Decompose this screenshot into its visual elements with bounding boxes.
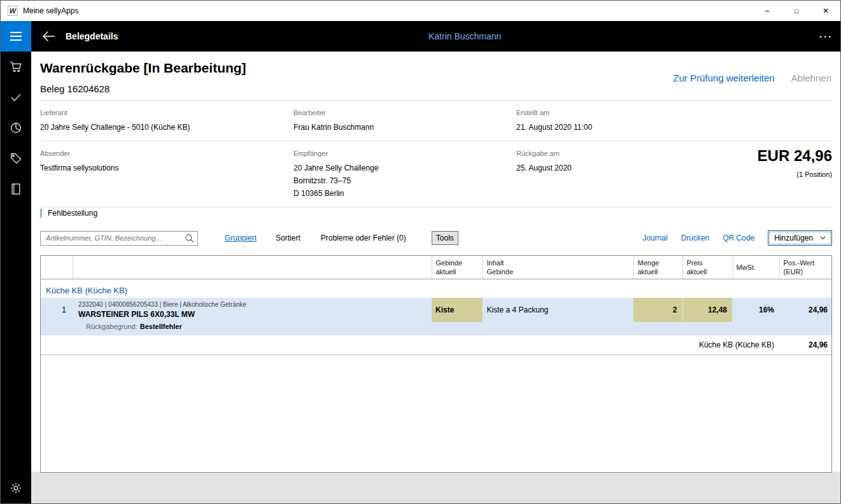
col-inhalt: InhaltGebinde: [483, 256, 633, 279]
col-description: [73, 256, 432, 279]
user-link[interactable]: Katrin Buschmann: [428, 31, 501, 41]
main-content: Warenrückgabe [In Bearbeitung] Beleg 162…: [31, 52, 840, 503]
chevron-down-icon: [820, 236, 826, 240]
toolbar: Gruppiert Sortiert Probleme oder Fehler …: [40, 230, 832, 246]
article-name: WARSTEINER PILS 6X0,33L MW: [78, 310, 432, 319]
app-window: W Meine sellyApps – □ ✕ Belegdetails Kat…: [0, 0, 841, 504]
col-gebinde: Gebindeaktuell: [432, 256, 483, 279]
document-number: Beleg 16204628: [40, 83, 110, 94]
field-absender: Absender Testfirma sellysolutions: [40, 150, 293, 200]
field-empfaenger: Empfänger 20 Jahre Selly Challenge Borni…: [293, 150, 516, 200]
cell-mwst: 16%: [732, 298, 779, 322]
menu-button[interactable]: [1, 21, 31, 52]
qr-code-link[interactable]: QR Code: [723, 234, 754, 242]
group-header-row: Küche KB (Küche KB): [41, 279, 832, 298]
positions-table: Gebindeaktuell InhaltGebinde Mengeaktuel…: [40, 255, 832, 473]
window-controls: – □ ✕: [753, 1, 840, 21]
tab-fehlbestellung[interactable]: Fehlbestellung: [40, 209, 97, 218]
tools-button[interactable]: Tools: [432, 231, 458, 245]
sidebar-item-settings[interactable]: [1, 473, 31, 503]
field-bearbeiter: Bearbeiter Frau Katrin Buschmann: [293, 109, 516, 134]
col-pos: [41, 256, 73, 279]
maximize-button[interactable]: □: [782, 1, 811, 21]
col-preis: Preisaktuell: [682, 256, 732, 279]
sidebar-item-statistics[interactable]: [1, 113, 31, 143]
app-logo-icon: W: [8, 6, 18, 16]
sidebar-item-cart[interactable]: [1, 52, 31, 82]
cell-inhalt: Kiste a 4 Packung: [483, 298, 633, 322]
return-reason-row: Rückgabegrund:Bestellfehler: [41, 322, 832, 335]
pie-chart-icon: [9, 121, 23, 135]
sidebar-item-prices[interactable]: [1, 143, 31, 174]
problems-filter[interactable]: Probleme oder Fehler (0): [321, 234, 406, 242]
document-actions: Zur Prüfung weiterleiten Ablehnen: [673, 73, 831, 83]
field-lieferant: Lieferant 20 Jahre Selly Challenge - 501…: [40, 109, 293, 134]
field-erstellt-am: Erstellt am 21. August 2020 11:00: [516, 109, 832, 134]
toolbar-right: Journal Drucken QR Code Hinzufügen: [642, 230, 832, 246]
search-box: [40, 231, 198, 246]
book-icon: [9, 182, 23, 196]
search-icon: [185, 234, 194, 243]
cell-wert: 24,96: [779, 298, 832, 322]
titlebar: W Meine sellyApps – □ ✕: [1, 1, 840, 21]
sidebar-item-tasks[interactable]: [1, 82, 31, 113]
minimize-button[interactable]: –: [753, 1, 782, 21]
group-toggle[interactable]: Gruppiert: [225, 234, 257, 242]
table-header-row: Gebindeaktuell InhaltGebinde Mengeaktuel…: [41, 256, 832, 279]
page-title: Belegdetails: [66, 31, 118, 41]
gear-icon: [9, 481, 23, 495]
price-tag-icon: [9, 151, 23, 165]
summary-label: Küche KB (Küche KB): [41, 335, 779, 355]
col-mwst: MwSt.: [732, 256, 779, 279]
back-arrow-icon: [42, 31, 55, 41]
journal-link[interactable]: Journal: [642, 234, 667, 242]
col-wert: Pos.-Wert(EUR): [779, 256, 832, 279]
add-button[interactable]: Hinzufügen: [768, 230, 832, 246]
reason-label: Rückgabegrund:: [86, 323, 138, 330]
app-header: Belegdetails Katrin Buschmann ···: [1, 21, 840, 52]
cell-menge[interactable]: 2: [633, 298, 682, 322]
close-button[interactable]: ✕: [811, 1, 840, 21]
window-title: Meine sellyApps: [23, 6, 78, 15]
cell-position: 1: [41, 298, 73, 322]
col-menge: Mengeaktuell: [633, 256, 682, 279]
article-meta: 2332040 | 04000856205433 | Biere | Alkoh…: [78, 301, 432, 308]
more-button[interactable]: ···: [819, 31, 833, 42]
group-summary-row: Küche KB (Küche KB) 24,96: [41, 335, 832, 355]
document-info: Lieferant 20 Jahre Selly Challenge - 501…: [40, 100, 832, 207]
info-row-2: Absender Testfirma sellysolutions Empfän…: [40, 141, 832, 207]
cart-icon: [9, 60, 23, 74]
document-title: Warenrückgabe [In Bearbeitung]: [40, 60, 246, 76]
footer-strip: [31, 472, 840, 503]
table-row[interactable]: 1 2332040 | 04000856205433 | Biere | Alk…: [41, 298, 832, 322]
document-total: EUR 24,96 (1 Position): [758, 147, 832, 178]
sort-toggle[interactable]: Sortiert: [276, 234, 300, 242]
search-input[interactable]: [40, 231, 198, 246]
cell-gebinde[interactable]: Kiste: [432, 298, 483, 322]
info-row-1: Lieferant 20 Jahre Selly Challenge - 501…: [40, 100, 832, 141]
tab-indicator-bar: [40, 209, 42, 218]
cell-article: 2332040 | 04000856205433 | Biere | Alkoh…: [73, 298, 432, 322]
cell-preis[interactable]: 12,48: [682, 298, 732, 322]
position-count: (1 Position): [758, 171, 832, 178]
sidebar-item-journal[interactable]: [1, 174, 31, 204]
forward-for-review-button[interactable]: Zur Prüfung weiterleiten: [673, 73, 774, 83]
back-button[interactable]: [34, 21, 63, 52]
checkmark-icon: [9, 90, 23, 104]
reject-button[interactable]: Ablehnen: [791, 73, 831, 83]
summary-value: 24,96: [779, 335, 832, 355]
sidebar: [1, 52, 31, 503]
total-amount: EUR 24,96: [758, 147, 832, 165]
print-link[interactable]: Drucken: [681, 234, 710, 242]
hamburger-icon: [10, 32, 22, 33]
reason-value: Bestellfehler: [140, 323, 182, 330]
